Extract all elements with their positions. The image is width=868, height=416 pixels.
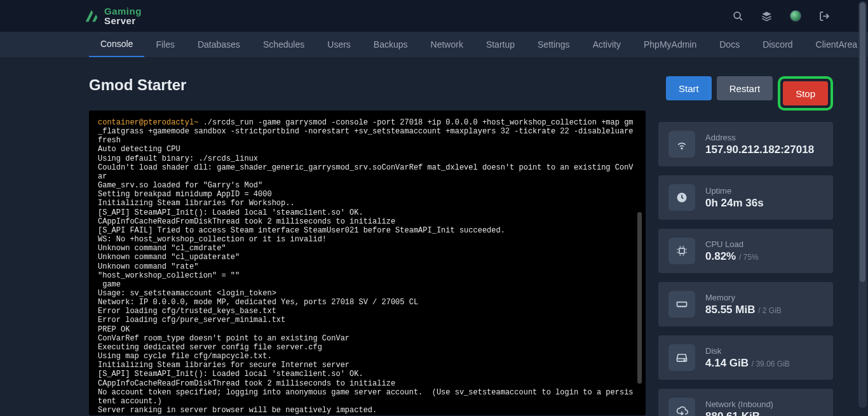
stop-button[interactable]: Stop bbox=[783, 81, 828, 105]
brand-line1: Gaming bbox=[104, 6, 142, 16]
nav-backups[interactable]: Backups bbox=[362, 32, 419, 57]
clock-icon bbox=[668, 184, 695, 211]
address-label: Address bbox=[705, 133, 814, 142]
nav-phpmyadmin[interactable]: PhpMyAdmin bbox=[632, 32, 708, 57]
svg-point-1 bbox=[681, 148, 682, 149]
power-buttons: Start Restart Stop bbox=[658, 76, 833, 111]
nav-startup[interactable]: Startup bbox=[475, 32, 526, 57]
disk-value: 4.14 GiB / 39.06 GiB bbox=[705, 357, 790, 370]
right-column: Start Restart Stop Address 157.90.212.18… bbox=[658, 76, 833, 416]
stat-cpu: CPU Load 0.82% / 75% bbox=[658, 229, 833, 273]
memory-label: Memory bbox=[705, 293, 782, 302]
stat-uptime: Uptime 0h 24m 36s bbox=[658, 175, 833, 220]
svg-rect-4 bbox=[677, 302, 687, 307]
page-title: Gmod Starter bbox=[89, 76, 646, 94]
nav-settings[interactable]: Settings bbox=[526, 32, 581, 57]
logout-icon[interactable] bbox=[819, 11, 830, 22]
logo-icon bbox=[83, 7, 100, 25]
topbar: Gaming Server bbox=[0, 0, 868, 32]
nav-discord[interactable]: Discord bbox=[751, 32, 804, 57]
cpu-label: CPU Load bbox=[705, 239, 759, 249]
nav-network[interactable]: Network bbox=[419, 32, 475, 57]
topbar-actions bbox=[733, 10, 855, 22]
navbar: ConsoleFilesDatabasesSchedulesUsersBacku… bbox=[0, 32, 868, 57]
net-in-value: 880.61 KiB bbox=[705, 410, 773, 417]
stat-address: Address 157.90.212.182:27018 bbox=[658, 122, 833, 166]
download-cloud-icon bbox=[668, 398, 695, 416]
nav-console[interactable]: Console bbox=[89, 32, 144, 57]
address-value: 157.90.212.182:27018 bbox=[705, 144, 814, 156]
memory-icon bbox=[668, 291, 695, 318]
page-scrollbar[interactable] bbox=[858, 1, 867, 408]
console-scrollbar[interactable] bbox=[637, 212, 642, 384]
main-content: Gmod Starter container@pterodactyl~ ./sr… bbox=[0, 57, 868, 416]
left-column: Gmod Starter container@pterodactyl~ ./sr… bbox=[89, 76, 646, 416]
brand-logo[interactable]: Gaming Server bbox=[83, 6, 142, 25]
net-in-label: Network (Inbound) bbox=[705, 399, 773, 409]
svg-point-5 bbox=[684, 359, 685, 361]
uptime-value: 0h 24m 36s bbox=[705, 197, 764, 210]
stat-network-inbound: Network (Inbound) 880.61 KiB bbox=[658, 389, 833, 416]
console-output[interactable]: container@pterodactyl~ ./srcds_run -game… bbox=[89, 111, 646, 415]
layers-icon[interactable] bbox=[761, 11, 772, 22]
stat-disk: Disk 4.14 GiB / 39.06 GiB bbox=[658, 335, 833, 380]
nav-databases[interactable]: Databases bbox=[186, 32, 252, 57]
cpu-icon bbox=[668, 238, 695, 264]
memory-value: 85.55 MiB / 2 GiB bbox=[705, 304, 782, 316]
start-button[interactable]: Start bbox=[666, 76, 712, 100]
page-scrollbar-thumb[interactable] bbox=[860, 3, 865, 282]
disk-icon bbox=[668, 344, 695, 371]
search-icon[interactable] bbox=[733, 11, 743, 22]
wifi-icon bbox=[668, 131, 695, 158]
brand-line2: Server bbox=[104, 16, 142, 25]
stop-highlight-ring: Stop bbox=[778, 76, 833, 111]
uptime-label: Uptime bbox=[705, 186, 764, 196]
globe-icon[interactable] bbox=[790, 10, 801, 22]
nav-docs[interactable]: Docs bbox=[708, 32, 751, 57]
svg-rect-3 bbox=[679, 248, 684, 253]
svg-point-0 bbox=[734, 12, 740, 18]
nav-activity[interactable]: Activity bbox=[581, 32, 632, 57]
disk-label: Disk bbox=[705, 346, 790, 356]
cpu-value: 0.82% / 75% bbox=[705, 250, 759, 263]
restart-button[interactable]: Restart bbox=[717, 76, 773, 100]
nav-files[interactable]: Files bbox=[144, 32, 186, 57]
stat-memory: Memory 85.55 MiB / 2 GiB bbox=[658, 282, 833, 326]
console-text: container@pterodactyl~ ./srcds_run -game… bbox=[98, 118, 637, 415]
nav-schedules[interactable]: Schedules bbox=[252, 32, 316, 57]
nav-users[interactable]: Users bbox=[316, 32, 362, 57]
